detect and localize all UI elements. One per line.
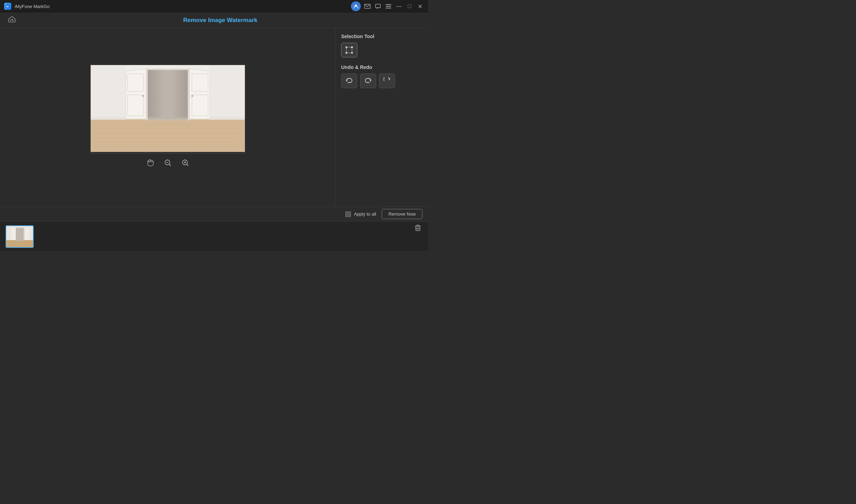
svg-rect-11 [91, 119, 245, 152]
titlebar: M iMyFone MarkGo [0, 0, 428, 13]
svg-line-41 [169, 164, 171, 166]
apply-all-label: Apply to all [354, 211, 376, 217]
bottom-panel-footer: 1 File(s) Add Image Export [0, 251, 428, 252]
svg-rect-5 [386, 4, 391, 5]
svg-marker-34 [189, 69, 210, 119]
mail-button[interactable] [364, 2, 371, 10]
svg-rect-29 [148, 70, 188, 119]
menu-button[interactable] [385, 2, 392, 10]
selection-tool-button[interactable] [341, 43, 357, 57]
svg-marker-55 [25, 227, 29, 240]
app-header: Remove Image Watermark [0, 13, 428, 28]
apply-all-checkbox[interactable] [345, 211, 351, 217]
undo-redo-section: Undo & Redo [341, 64, 422, 88]
undo-redo-title: Undo & Redo [341, 64, 422, 70]
zoom-out-button[interactable] [163, 158, 173, 170]
titlebar-controls: — □ ✕ [351, 1, 424, 11]
chat-button[interactable] [374, 2, 382, 10]
home-button[interactable] [6, 15, 18, 26]
svg-line-45 [186, 164, 188, 166]
thumbnail-image [6, 226, 33, 247]
undo-button[interactable] [341, 74, 357, 88]
svg-marker-30 [126, 69, 146, 119]
bottom-action-bar: Apply to all Remove Now [0, 206, 428, 221]
refresh-button[interactable] [379, 74, 395, 88]
svg-rect-38 [148, 117, 188, 120]
svg-rect-26 [210, 117, 245, 120]
selection-tool-buttons [341, 43, 422, 57]
zoom-in-button[interactable] [180, 158, 191, 170]
svg-rect-25 [91, 117, 126, 120]
canvas-area [0, 28, 335, 206]
svg-point-33 [142, 95, 144, 97]
bottom-panel: 1 File(s) Add Image Export [0, 221, 428, 252]
svg-point-37 [191, 95, 193, 97]
thumbnails-area [0, 222, 428, 251]
selection-tool-section: Selection Tool [341, 34, 422, 57]
minimize-button[interactable]: — [395, 2, 403, 10]
delete-area [413, 223, 422, 234]
svg-marker-54 [11, 227, 16, 240]
page-title: Remove Image Watermark [18, 17, 422, 24]
apply-all-row: Apply to all [345, 211, 376, 217]
main-content: Selection Tool Undo & Redo [0, 28, 428, 206]
image-container [90, 65, 245, 153]
image-toolbar [145, 158, 191, 170]
close-button[interactable]: ✕ [416, 2, 424, 10]
svg-point-50 [351, 52, 353, 54]
svg-rect-4 [375, 4, 380, 8]
right-panel: Selection Tool Undo & Redo [335, 28, 428, 206]
svg-rect-7 [386, 8, 391, 8]
svg-rect-53 [16, 227, 25, 240]
svg-point-48 [351, 47, 353, 48]
delete-button[interactable] [413, 223, 422, 234]
svg-point-49 [346, 52, 347, 54]
panel-bottom-actions [341, 194, 422, 201]
undo-redo-buttons [341, 74, 422, 88]
room-image [91, 65, 245, 152]
maximize-button[interactable]: □ [406, 2, 413, 10]
thumbnail-item[interactable] [6, 225, 34, 248]
remove-now-button[interactable]: Remove Now [382, 209, 422, 219]
svg-text:M: M [6, 5, 9, 8]
user-account-button[interactable] [351, 1, 361, 11]
svg-rect-52 [6, 240, 34, 248]
app-title: iMyFone MarkGo [15, 4, 347, 9]
svg-rect-6 [386, 6, 391, 7]
redo-button[interactable] [360, 74, 376, 88]
svg-rect-46 [346, 47, 352, 53]
hand-tool-button[interactable] [145, 158, 156, 170]
svg-point-47 [346, 47, 347, 48]
selection-tool-title: Selection Tool [341, 34, 422, 39]
app-logo: M [4, 3, 11, 10]
